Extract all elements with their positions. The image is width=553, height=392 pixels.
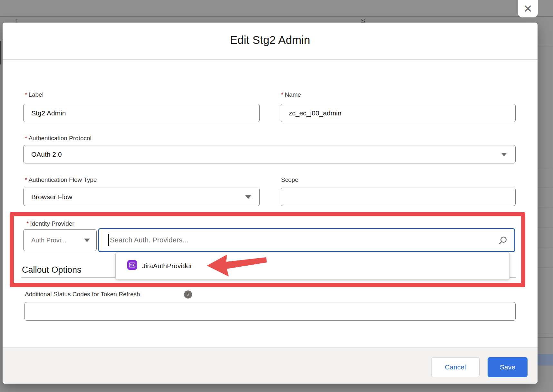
required-asterisk: *	[25, 176, 27, 183]
auth-flow-type-select[interactable]: Browser Flow	[23, 188, 260, 206]
background-table-row-line	[537, 228, 553, 228]
background-table-row-line	[537, 333, 553, 333]
required-asterisk: *	[26, 220, 29, 227]
search-icon	[499, 236, 508, 245]
required-asterisk: *	[281, 91, 283, 98]
object-switcher-value: Auth Provi...	[31, 237, 66, 244]
chevron-down-icon	[501, 153, 507, 156]
identity-provider-label: *Identity Provider	[26, 220, 74, 227]
background-edge-mark	[0, 41, 1, 64]
header-divider	[3, 59, 538, 60]
label-field-label: *Label	[25, 91, 44, 98]
auth-protocol-label: *Authentication Protocol	[25, 135, 92, 142]
status-codes-input[interactable]	[24, 302, 516, 321]
scope-label: Scope	[281, 176, 298, 183]
search-results-panel: JiraAuthProvider	[115, 252, 510, 280]
background-selected-row-hint	[537, 354, 553, 366]
background-table-row-line	[537, 188, 553, 188]
background-table-row-line	[537, 208, 553, 208]
chevron-down-icon	[245, 195, 251, 199]
edit-auth-credential-modal: Edit Stg2 Admin *Label *Name *Authentica…	[3, 23, 538, 384]
screen: T S ✕ Edit Stg2 Admin *Label *Name *Auth…	[0, 0, 553, 392]
background-table-row-line	[537, 168, 553, 168]
auth-flow-type-value: Browser Flow	[31, 193, 72, 201]
auth-provider-search-input[interactable]: Search Auth. Providers...	[98, 228, 515, 252]
result-item-jiraauthprovider[interactable]: JiraAuthProvider	[116, 252, 509, 279]
text-caret	[108, 234, 109, 246]
chevron-down-icon	[84, 239, 90, 242]
auth-protocol-select[interactable]: OAuth 2.0	[23, 145, 516, 163]
required-asterisk: *	[25, 91, 27, 98]
auth-flow-type-label: *Authentication Flow Type	[25, 176, 97, 183]
save-button[interactable]: Save	[488, 357, 528, 377]
modal-title: Edit Stg2 Admin	[3, 34, 538, 46]
name-input[interactable]	[281, 104, 516, 122]
required-asterisk: *	[25, 135, 27, 142]
background-table-row-line	[537, 248, 553, 248]
callout-options-heading: Callout Options	[22, 265, 82, 275]
identity-provider-icon	[127, 260, 137, 270]
modal-footer: Cancel Save	[3, 348, 538, 384]
modal-header: Edit Stg2 Admin	[3, 23, 538, 60]
background-table-row-line	[537, 46, 553, 46]
background-table-line	[0, 16, 553, 17]
auth-protocol-value: OAuth 2.0	[31, 151, 62, 158]
result-item-label: JiraAuthProvider	[142, 262, 192, 270]
scope-input[interactable]	[281, 188, 516, 206]
close-icon[interactable]: ✕	[518, 0, 538, 17]
info-icon[interactable]: i	[184, 290, 192, 299]
name-field-label: *Name	[281, 91, 301, 98]
cancel-button[interactable]: Cancel	[431, 357, 480, 377]
label-input[interactable]	[23, 104, 260, 122]
status-codes-label: Additional Status Codes for Token Refres…	[25, 291, 140, 298]
background-table-row-line	[537, 268, 553, 268]
object-switcher-dropdown[interactable]: Auth Provi...	[23, 229, 97, 251]
search-placeholder: Search Auth. Providers...	[110, 236, 188, 244]
background-table-row-line	[537, 337, 553, 338]
